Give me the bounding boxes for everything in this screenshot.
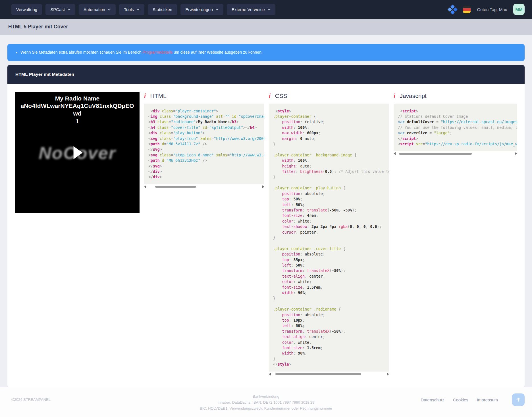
alert-text: Wenn Sie Metadaten extra abrufen möchten… xyxy=(20,50,263,55)
css-code-block[interactable]: <style>.player-container { position: rel… xyxy=(269,104,389,372)
scroll-right-icon[interactable] xyxy=(387,373,389,376)
card-body: My Radio Name aNo4fdWLwarNYEAq1CuV81nxkQ… xyxy=(7,84,525,387)
main-content: Wenn Sie Metadaten extra abrufen möchten… xyxy=(0,35,532,387)
scrollbar-thumb[interactable] xyxy=(275,373,361,375)
datenschutz-link[interactable]: Datenschutz xyxy=(421,397,444,402)
navbar-right: Guten Tag, Max MM xyxy=(448,4,525,15)
javascript-section-title: Javascript xyxy=(400,93,427,99)
avatar[interactable]: MM xyxy=(513,4,525,15)
play-icon[interactable] xyxy=(74,146,83,159)
scroll-right-icon[interactable] xyxy=(515,152,517,155)
bank-details: Bankverbindung Inhaber: DataDachs, IBAN:… xyxy=(11,393,521,411)
nav-item-verwaltung[interactable]: Verwaltung xyxy=(11,4,42,15)
javascript-code-scrollbar xyxy=(394,152,517,155)
cookies-link[interactable]: Cookies xyxy=(453,397,468,402)
chevron-down-icon xyxy=(215,9,219,11)
info-icon: i xyxy=(269,93,271,99)
chevron-down-icon xyxy=(108,9,111,11)
css-section-header: i CSS xyxy=(269,92,389,100)
chevron-down-icon xyxy=(267,9,271,11)
nav-item-erweiterungen[interactable]: Erweiterungen xyxy=(180,4,223,15)
chevron-down-icon xyxy=(136,9,140,11)
player-metadata: My Radio Name aNo4fdWLwarNYEAq1CuV81nxkQ… xyxy=(15,92,140,125)
bank-details-bic: BIC: HOLVDEB1, Verwendungszweck: Kundenn… xyxy=(11,405,521,411)
nav-item-externe-verweise[interactable]: Externe Verweise xyxy=(227,4,275,15)
info-icon: i xyxy=(394,93,395,99)
scroll-left-icon[interactable] xyxy=(394,152,396,155)
german-flag-icon[interactable] xyxy=(463,6,471,13)
javascript-section: i Javascript <script>// Stations default… xyxy=(394,92,517,156)
programmdetails-link[interactable]: Programmdetails xyxy=(142,50,173,55)
html-section-title: HTML xyxy=(150,93,166,99)
css-code-scrollbar xyxy=(269,372,389,376)
chevron-down-icon xyxy=(67,9,70,11)
footer: ©2024 STREAMPANEL Bankverbindung Inhaber… xyxy=(0,387,532,417)
scroll-left-icon[interactable] xyxy=(269,373,271,376)
impressum-link[interactable]: Impressum xyxy=(477,397,498,402)
html-code-block[interactable]: <div class="player-container"><img class… xyxy=(144,104,264,184)
nav-item-automation[interactable]: Automation xyxy=(79,4,116,15)
html-section-header: i HTML xyxy=(144,92,264,100)
player-card: HTML Player mit Metadaten My Radio Name … xyxy=(7,65,525,387)
javascript-section-header: i Javascript xyxy=(394,92,517,100)
nav-item-statistiken[interactable]: Statistiken xyxy=(148,4,177,15)
nav-item-tools[interactable]: Tools xyxy=(119,4,144,15)
css-section: i CSS <style>.player-container { positio… xyxy=(269,92,389,376)
scrollbar-thumb[interactable] xyxy=(399,153,471,155)
copyright: ©2024 STREAMPANEL xyxy=(11,397,51,402)
page-title: HTML 5 Player mit Cover xyxy=(8,24,68,30)
user-greeting: Guten Tag, Max xyxy=(477,7,507,12)
diamonds-icon[interactable] xyxy=(448,5,457,14)
html-section: i HTML <div class="player-container"><im… xyxy=(144,92,264,188)
nav-item-spcast[interactable]: SPCast xyxy=(45,4,75,15)
html-code-scrollbar xyxy=(144,185,264,188)
info-icon: i xyxy=(144,93,146,99)
main-menu: Verwaltung SPCast Automation Tools Stati… xyxy=(11,4,275,15)
top-navbar: Verwaltung SPCast Automation Tools Stati… xyxy=(0,0,532,19)
player-radioname: My Radio Name xyxy=(19,95,136,102)
scroll-to-top-button[interactable] xyxy=(512,393,525,406)
scrollbar-thumb[interactable] xyxy=(155,186,196,188)
javascript-code-block[interactable]: <script>// Stations default Cover Imagev… xyxy=(394,104,517,151)
footer-links: Datenschutz Cookies Impressum xyxy=(421,397,498,402)
scroll-right-icon[interactable] xyxy=(262,185,264,188)
card-header: HTML Player mit Metadaten xyxy=(7,65,525,84)
player-preview[interactable]: My Radio Name aNo4fdWLwarNYEAq1CuV81nxkQ… xyxy=(15,92,140,213)
scroll-left-icon[interactable] xyxy=(144,185,146,188)
app-root: Verwaltung SPCast Automation Tools Stati… xyxy=(0,0,532,417)
css-section-title: CSS xyxy=(275,93,287,99)
info-alert: Wenn Sie Metadaten extra abrufen möchten… xyxy=(7,44,525,61)
player-track-token: aNo4fdWLwarNYEAq1CuV81nxkQDpEOwd xyxy=(19,102,136,118)
player-track-number: 1 xyxy=(19,118,136,125)
page-title-bar: HTML 5 Player mit Cover xyxy=(0,19,532,35)
arrow-up-icon xyxy=(516,397,521,402)
